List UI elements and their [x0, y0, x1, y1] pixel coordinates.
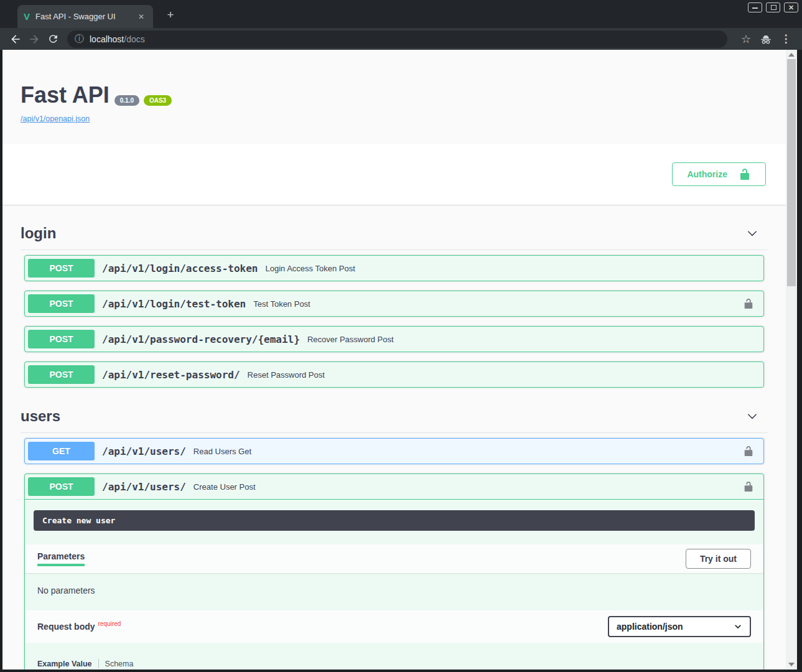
- url-path: /docs: [124, 34, 144, 44]
- required-marker: required: [98, 620, 121, 627]
- chevron-down-icon: [734, 622, 742, 631]
- op-summary[interactable]: GET /api/v1/users/ Read Users Get: [25, 439, 763, 464]
- tab-parameters[interactable]: Parameters: [37, 551, 85, 566]
- op-summary-text: Recover Password Post: [307, 335, 760, 344]
- browser-toolbar: ⓘ localhost/docs ☆ ⋮: [0, 28, 802, 50]
- window-controls: ✕: [748, 2, 798, 12]
- op-path: /api/v1/users/: [102, 446, 186, 457]
- method-badge: POST: [28, 294, 95, 313]
- op-summary-text: Login Access Token Post: [265, 264, 760, 273]
- unlock-icon: [739, 168, 751, 180]
- scroll-down-arrow-icon[interactable]: [788, 663, 795, 666]
- bookmark-button[interactable]: ☆: [736, 30, 756, 48]
- browser-menu-button[interactable]: ⋮: [776, 30, 796, 48]
- site-info-icon[interactable]: ⓘ: [75, 33, 84, 45]
- method-badge: POST: [28, 477, 95, 496]
- tag-section-login: login POST /api/v1/login/access-token Lo…: [21, 218, 768, 388]
- url-host: localhost: [90, 34, 124, 44]
- op-summary-text: Test Token Post: [253, 299, 743, 309]
- op-path: /api/v1/password-recovery/{email}: [102, 334, 300, 345]
- back-arrow-icon: [9, 33, 22, 45]
- unlock-icon: [743, 481, 754, 492]
- no-parameters-text: No parameters: [25, 573, 763, 610]
- scrollbar-thumb[interactable]: [787, 59, 796, 286]
- tab-schema[interactable]: Schema: [105, 660, 134, 668]
- op-path: /api/v1/login/test-token: [102, 298, 246, 310]
- chevron-down-icon: [745, 409, 759, 423]
- swagger-ui-page: Fast API0.1.0OAS3 /api/v1/openapi.json A…: [2, 50, 786, 670]
- minimize-button[interactable]: [748, 2, 762, 12]
- browser-tab[interactable]: V Fast API - Swagger UI ✕: [17, 5, 153, 28]
- parameters-label: Parameters: [37, 551, 85, 561]
- op-description: Create new user: [34, 510, 755, 531]
- tag-title: login: [21, 225, 56, 242]
- active-tab-underline: [37, 564, 85, 566]
- new-tab-button[interactable]: +: [164, 8, 177, 22]
- incognito-indicator[interactable]: [756, 30, 776, 48]
- media-type-select[interactable]: application/json: [608, 616, 751, 637]
- auth-lock-button[interactable]: [743, 481, 754, 492]
- method-badge: GET: [28, 442, 95, 460]
- example-section: Example Value Schema {: [25, 643, 763, 670]
- reload-icon: [47, 33, 59, 45]
- auth-lock-button[interactable]: [743, 446, 754, 457]
- browser-chrome: V Fast API - Swagger UI ✕ + ✕ ⓘ localhos…: [0, 0, 802, 50]
- opblock-reset-password: POST /api/v1/reset-password/ Reset Passw…: [24, 362, 764, 388]
- vertical-scrollbar[interactable]: [786, 50, 797, 670]
- method-badge: POST: [28, 259, 95, 278]
- op-path: /api/v1/reset-password/: [102, 369, 240, 381]
- parameters-header: Parameters Try it out: [25, 544, 763, 573]
- forward-arrow-icon: [28, 33, 40, 45]
- maximize-icon: [771, 5, 776, 10]
- close-icon: ✕: [785, 3, 798, 12]
- openapi-spec-link[interactable]: /api/v1/openapi.json: [21, 114, 768, 123]
- unlock-icon: [743, 446, 754, 457]
- url-bar[interactable]: ⓘ localhost/docs: [67, 30, 727, 48]
- back-button[interactable]: [6, 30, 25, 48]
- auth-lock-button[interactable]: [743, 298, 754, 309]
- op-path: /api/v1/users/: [102, 481, 186, 493]
- tab-example-value[interactable]: Example Value: [37, 660, 92, 668]
- scroll-up-arrow-icon[interactable]: [788, 53, 795, 57]
- bookmark-star-icon: ☆: [741, 32, 751, 46]
- incognito-icon: [759, 32, 773, 46]
- tab-title: Fast API - Swagger UI: [35, 12, 136, 21]
- op-expanded-body: Create new user Parameters Try it out No…: [25, 510, 763, 670]
- oas3-badge: OAS3: [144, 95, 172, 106]
- tag-section-users: users GET /api/v1/users/ Read Users Get …: [21, 401, 768, 670]
- tab-separator: [98, 659, 99, 668]
- opblock-read-users: GET /api/v1/users/ Read Users Get: [24, 438, 764, 464]
- op-path: /api/v1/login/access-token: [102, 263, 258, 274]
- reload-button[interactable]: [44, 30, 62, 48]
- request-body-label: Request body: [37, 622, 95, 632]
- method-badge: POST: [28, 330, 95, 348]
- media-type-value: application/json: [617, 622, 683, 632]
- forward-button[interactable]: [25, 30, 44, 48]
- tab-close-icon[interactable]: ✕: [136, 11, 147, 22]
- tab-strip: V Fast API - Swagger UI ✕ + ✕: [0, 0, 802, 28]
- op-summary[interactable]: POST /api/v1/password-recovery/{email} R…: [25, 327, 763, 352]
- close-button[interactable]: ✕: [784, 2, 798, 12]
- opblock-password-recovery: POST /api/v1/password-recovery/{email} R…: [24, 326, 764, 352]
- op-summary[interactable]: POST /api/v1/login/access-token Login Ac…: [25, 256, 763, 281]
- menu-dots-icon: ⋮: [781, 32, 791, 45]
- op-summary[interactable]: POST /api/v1/reset-password/ Reset Passw…: [25, 362, 763, 387]
- scheme-container: Authorize: [2, 144, 786, 205]
- page-viewport: Fast API0.1.0OAS3 /api/v1/openapi.json A…: [2, 50, 797, 670]
- unlock-icon: [743, 298, 754, 309]
- maximize-button[interactable]: [766, 2, 780, 12]
- tag-header-users[interactable]: users: [21, 401, 768, 433]
- chevron-down-icon: [745, 226, 759, 240]
- opblock-create-user: POST /api/v1/users/ Create User Post Cre…: [24, 474, 764, 670]
- fastapi-favicon-icon: V: [24, 11, 30, 22]
- authorize-label: Authorize: [687, 169, 727, 179]
- op-summary[interactable]: POST /api/v1/users/ Create User Post: [25, 474, 763, 500]
- try-it-out-button[interactable]: Try it out: [686, 549, 751, 569]
- authorize-button[interactable]: Authorize: [672, 162, 766, 186]
- tag-header-login[interactable]: login: [21, 218, 768, 250]
- tag-title: users: [21, 408, 60, 425]
- request-body-header: Request bodyrequired application/json: [25, 610, 763, 643]
- api-info: Fast API0.1.0OAS3 /api/v1/openapi.json: [21, 82, 768, 123]
- page-title: Fast API: [21, 82, 110, 108]
- op-summary[interactable]: POST /api/v1/login/test-token Test Token…: [25, 291, 763, 316]
